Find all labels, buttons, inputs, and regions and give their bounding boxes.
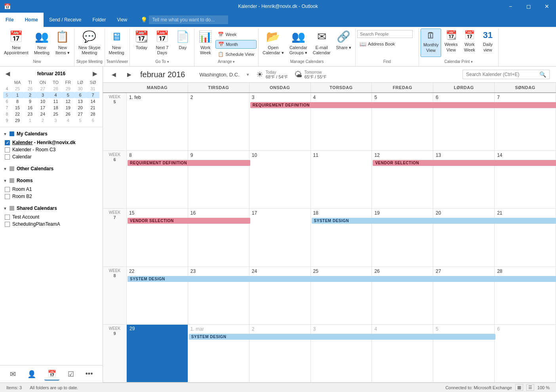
calendar-day-cell[interactable]: 2	[188, 93, 249, 150]
mini-cal-day[interactable]: 19	[62, 105, 74, 111]
week-view-button[interactable]: 📅 Week	[215, 30, 257, 39]
daily-view-button[interactable]: 31 Dailyview	[479, 29, 497, 57]
calendar-day-cell[interactable]: 28	[495, 267, 556, 324]
calendar-day-cell[interactable]: 19	[372, 209, 433, 266]
monthly-view-button[interactable]: 🗓 MonthlyView	[421, 29, 442, 57]
mini-cal-day[interactable]: 6	[74, 92, 86, 98]
mini-cal-day[interactable]: 15	[11, 105, 24, 111]
mini-cal-day[interactable]: 16	[24, 105, 36, 111]
calendar-item-calendar[interactable]: Calendar	[3, 153, 99, 160]
search-people-input[interactable]	[357, 30, 413, 38]
calendar-event[interactable]: VENDOR SELECTION	[128, 218, 250, 224]
location-dropdown[interactable]: ▼	[246, 72, 250, 77]
calendar-item-test-account[interactable]: Test Account	[3, 213, 99, 221]
minimize-button[interactable]: −	[501, 0, 520, 13]
kalender-checkbox[interactable]: ✓	[5, 140, 10, 145]
mini-cal-day[interactable]: 31	[86, 86, 99, 92]
mini-cal-day[interactable]: 18	[50, 105, 62, 111]
calendar-search-input[interactable]	[466, 72, 539, 77]
calendar-day-cell[interactable]: 6	[433, 93, 495, 150]
work-week-print-button[interactable]: 📅 WorkWeek	[461, 29, 478, 57]
calendar-event[interactable]: VENDOR SELECTION	[373, 160, 556, 166]
calendar-day-cell[interactable]: 15	[127, 209, 188, 266]
calendar-day-cell[interactable]: 7	[495, 93, 556, 150]
mini-cal-prev[interactable]: ◀	[3, 70, 12, 78]
calendar-day-cell[interactable]: 5	[433, 325, 495, 382]
mini-cal-day[interactable]: 5	[74, 117, 86, 124]
calendar-checkbox[interactable]	[5, 154, 10, 160]
calendar-day-cell[interactable]: 5	[372, 93, 433, 150]
calendar-day-cell[interactable]: 12	[372, 151, 433, 208]
open-calendar-button[interactable]: 📂 OpenCalendar ▾	[260, 29, 286, 57]
calendar-day-cell[interactable]: 23	[188, 267, 249, 324]
mini-cal-day[interactable]: 28	[86, 111, 99, 117]
mini-cal-day[interactable]: 17	[36, 105, 50, 111]
mini-cal-day[interactable]: 21	[86, 105, 99, 111]
cal-prev-button[interactable]: ◀	[109, 70, 118, 78]
calendar-day-cell[interactable]: 11	[311, 151, 372, 208]
restore-button[interactable]: ◻	[520, 0, 538, 13]
tasks-nav-icon[interactable]: ☑	[65, 368, 77, 380]
view-normal-icon[interactable]: ▦	[515, 384, 523, 391]
mini-cal-day[interactable]: 6	[86, 117, 99, 124]
day-button[interactable]: 📄 Day	[173, 29, 192, 57]
mini-cal-day[interactable]: 1	[11, 92, 24, 98]
room-c3-checkbox[interactable]	[5, 147, 10, 152]
calendar-day-cell[interactable]: 4	[311, 93, 372, 150]
calendar-day-cell[interactable]: 1. mar	[188, 325, 249, 382]
mini-cal-day[interactable]: 4	[62, 117, 74, 124]
mini-cal-next[interactable]: ▶	[90, 70, 99, 78]
teamviewer-meeting-button[interactable]: 🖥 NewMeeting	[107, 29, 127, 57]
calendar-item-room-c3[interactable]: Kalender - Room C3	[3, 146, 99, 153]
next7days-button[interactable]: 📅 Next 7Days	[152, 29, 172, 57]
mini-cal-day[interactable]: 10	[36, 98, 50, 105]
cal-next-button[interactable]: ▶	[125, 70, 134, 78]
mail-nav-icon[interactable]: ✉	[7, 368, 19, 380]
calendar-day-cell[interactable]: 4	[372, 325, 433, 382]
calendar-event[interactable]: REQUIREMENT DEFINITION	[250, 102, 556, 108]
mini-cal-day[interactable]: 12	[62, 98, 74, 105]
shared-calendars-header[interactable]: ▼ Shared Calendars	[3, 205, 99, 212]
mini-cal-day[interactable]: 24	[36, 111, 50, 117]
calendar-day-cell[interactable]: 9	[188, 151, 249, 208]
menu-file[interactable]: File	[0, 13, 19, 27]
more-nav-icon[interactable]: •••	[82, 368, 96, 380]
search-icon[interactable]: 🔍	[539, 71, 546, 78]
menu-view[interactable]: View	[111, 13, 133, 27]
calendar-day-cell[interactable]: 25	[311, 267, 372, 324]
mini-cal-day[interactable]: 3	[50, 117, 62, 124]
mini-cal-day[interactable]: 30	[74, 86, 86, 92]
new-items-button[interactable]: 📋 NewItems ▾	[53, 29, 72, 57]
contacts-nav-icon[interactable]: 👤	[24, 368, 39, 380]
room-a1-checkbox[interactable]	[5, 187, 10, 192]
mini-cal-day[interactable]: 23	[24, 111, 36, 117]
calendar-day-cell[interactable]: 26	[372, 267, 433, 324]
mini-cal-day[interactable]: 14	[86, 98, 99, 105]
menu-send-receive[interactable]: Send / Receive	[44, 13, 87, 27]
other-calendars-header[interactable]: ▼ Other Calendars	[3, 165, 99, 172]
new-appointment-button[interactable]: 📅 NewAppointment	[2, 29, 31, 57]
calendar-day-cell[interactable]: 21	[495, 209, 556, 266]
weeks-view-button[interactable]: 📆 WeeksView	[442, 29, 460, 57]
mini-cal-day[interactable]: 20	[74, 105, 86, 111]
mini-cal-day[interactable]: 2	[24, 92, 36, 98]
new-skype-meeting-button[interactable]: 💬 New SkypeMeeting	[76, 29, 103, 57]
calendar-day-cell[interactable]: 29	[127, 325, 188, 382]
calendar-event[interactable]: SYSTEM DESIGN	[128, 276, 556, 282]
mini-cal-day[interactable]: 1	[24, 117, 36, 124]
menu-home[interactable]: Home	[19, 13, 44, 27]
mini-cal-day[interactable]: 29	[62, 86, 74, 92]
calendar-day-cell[interactable]: 13	[433, 151, 495, 208]
calendar-day-cell[interactable]: 22	[127, 267, 188, 324]
calendar-day-cell[interactable]: 3	[311, 325, 372, 382]
test-account-checkbox[interactable]	[5, 215, 10, 220]
calendar-day-cell[interactable]: 18	[311, 209, 372, 266]
calendar-day-cell[interactable]: 20	[433, 209, 495, 266]
calendar-event[interactable]: SYSTEM DESIGN	[312, 218, 556, 224]
schedule-view-button[interactable]: 📋 Schedule View	[215, 50, 257, 59]
calendar-day-cell[interactable]: 3	[249, 93, 311, 150]
mini-cal-day[interactable]: 27	[36, 86, 50, 92]
mini-cal-day[interactable]: 5	[62, 92, 74, 98]
calendar-event[interactable]: REQUIREMENT DEFINITION	[128, 160, 250, 166]
mini-cal-day[interactable]: 7	[86, 92, 99, 98]
